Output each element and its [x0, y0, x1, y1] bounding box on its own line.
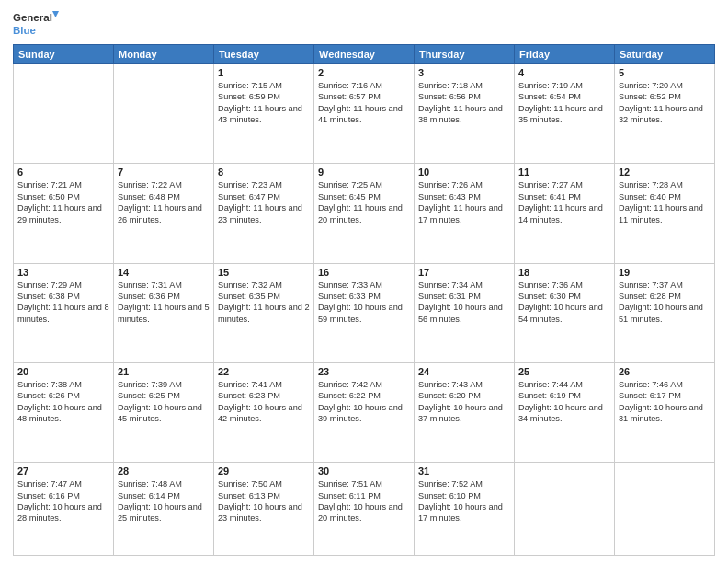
- calendar-cell: 20 Sunrise: 7:38 AMSunset: 6:26 PMDaylig…: [14, 362, 114, 462]
- calendar-cell: 2 Sunrise: 7:16 AMSunset: 6:57 PMDayligh…: [314, 64, 415, 164]
- cell-text: Sunrise: 7:43 AMSunset: 6:20 PMDaylight:…: [418, 380, 503, 423]
- cell-text: Sunrise: 7:38 AMSunset: 6:26 PMDaylight:…: [17, 380, 102, 423]
- day-number: 19: [619, 267, 711, 278]
- day-number: 18: [518, 267, 610, 278]
- cell-text: Sunrise: 7:21 AMSunset: 6:50 PMDaylight:…: [17, 180, 102, 224]
- cell-text: Sunrise: 7:41 AMSunset: 6:23 PMDaylight:…: [218, 380, 302, 423]
- calendar-cell: 29 Sunrise: 7:50 AMSunset: 6:13 PMDaylig…: [214, 463, 314, 556]
- cell-text: Sunrise: 7:46 AMSunset: 6:17 PMDaylight:…: [619, 380, 703, 423]
- week-row-3: 20 Sunrise: 7:38 AMSunset: 6:26 PMDaylig…: [14, 362, 715, 462]
- weekday-wednesday: Wednesday: [314, 45, 415, 64]
- calendar-cell: [14, 64, 114, 164]
- weekday-tuesday: Tuesday: [214, 45, 314, 64]
- cell-text: Sunrise: 7:23 AMSunset: 6:47 PMDaylight:…: [218, 180, 302, 224]
- cell-text: Sunrise: 7:47 AMSunset: 6:16 PMDaylight:…: [17, 479, 102, 523]
- day-number: 7: [118, 167, 210, 178]
- cell-text: Sunrise: 7:16 AMSunset: 6:57 PMDaylight:…: [318, 81, 403, 124]
- cell-text: Sunrise: 7:28 AMSunset: 6:40 PMDaylight:…: [619, 180, 703, 224]
- day-number: 2: [318, 67, 410, 78]
- day-number: 12: [619, 167, 711, 178]
- top-section: General Blue: [13, 9, 715, 39]
- weekday-monday: Monday: [114, 45, 214, 64]
- svg-marker-2: [52, 11, 59, 17]
- calendar-cell: 24 Sunrise: 7:43 AMSunset: 6:20 PMDaylig…: [415, 362, 515, 462]
- calendar-cell: 18 Sunrise: 7:36 AMSunset: 6:30 PMDaylig…: [515, 263, 615, 362]
- day-number: 24: [418, 366, 510, 377]
- cell-text: Sunrise: 7:31 AMSunset: 6:36 PMDaylight:…: [118, 281, 210, 324]
- cell-text: Sunrise: 7:19 AMSunset: 6:54 PMDaylight:…: [518, 81, 603, 124]
- day-number: 17: [418, 267, 510, 278]
- cell-text: Sunrise: 7:32 AMSunset: 6:35 PMDaylight:…: [218, 281, 310, 324]
- calendar-cell: 3 Sunrise: 7:18 AMSunset: 6:56 PMDayligh…: [415, 64, 515, 164]
- day-number: 1: [218, 67, 310, 78]
- calendar-cell: [114, 64, 214, 164]
- calendar-body: 1 Sunrise: 7:15 AMSunset: 6:59 PMDayligh…: [14, 64, 715, 556]
- day-number: 13: [17, 267, 109, 278]
- day-number: 31: [418, 465, 510, 477]
- cell-text: Sunrise: 7:44 AMSunset: 6:19 PMDaylight:…: [518, 380, 603, 423]
- day-number: 10: [418, 167, 510, 178]
- cell-text: Sunrise: 7:48 AMSunset: 6:14 PMDaylight:…: [118, 479, 202, 523]
- day-number: 14: [118, 267, 210, 278]
- cell-text: Sunrise: 7:25 AMSunset: 6:45 PMDaylight:…: [318, 180, 403, 224]
- day-number: 9: [318, 167, 410, 178]
- calendar-cell: 12 Sunrise: 7:28 AMSunset: 6:40 PMDaylig…: [615, 164, 715, 263]
- day-number: 20: [17, 366, 109, 377]
- week-row-0: 1 Sunrise: 7:15 AMSunset: 6:59 PMDayligh…: [14, 64, 715, 164]
- day-number: 28: [118, 465, 210, 477]
- day-number: 4: [518, 67, 610, 78]
- calendar-cell: 31 Sunrise: 7:52 AMSunset: 6:10 PMDaylig…: [415, 463, 515, 556]
- calendar-cell: 14 Sunrise: 7:31 AMSunset: 6:36 PMDaylig…: [114, 263, 214, 362]
- calendar-cell: 1 Sunrise: 7:15 AMSunset: 6:59 PMDayligh…: [214, 64, 314, 164]
- calendar-cell: 13 Sunrise: 7:29 AMSunset: 6:38 PMDaylig…: [14, 263, 114, 362]
- cell-text: Sunrise: 7:36 AMSunset: 6:30 PMDaylight:…: [518, 281, 603, 324]
- day-number: 11: [518, 167, 610, 178]
- cell-text: Sunrise: 7:22 AMSunset: 6:48 PMDaylight:…: [118, 180, 202, 224]
- calendar-cell: 30 Sunrise: 7:51 AMSunset: 6:11 PMDaylig…: [314, 463, 415, 556]
- day-number: 8: [218, 167, 310, 178]
- cell-text: Sunrise: 7:33 AMSunset: 6:33 PMDaylight:…: [318, 281, 403, 324]
- calendar-cell: 9 Sunrise: 7:25 AMSunset: 6:45 PMDayligh…: [314, 164, 415, 263]
- calendar-cell: 16 Sunrise: 7:33 AMSunset: 6:33 PMDaylig…: [314, 263, 415, 362]
- day-number: 16: [318, 267, 410, 278]
- calendar-cell: [515, 463, 615, 556]
- calendar-cell: 10 Sunrise: 7:26 AMSunset: 6:43 PMDaylig…: [415, 164, 515, 263]
- cell-text: Sunrise: 7:42 AMSunset: 6:22 PMDaylight:…: [318, 380, 403, 423]
- calendar-cell: 21 Sunrise: 7:39 AMSunset: 6:25 PMDaylig…: [114, 362, 214, 462]
- day-number: 3: [418, 67, 510, 78]
- weekday-saturday: Saturday: [615, 45, 715, 64]
- day-number: 25: [518, 366, 610, 377]
- week-row-1: 6 Sunrise: 7:21 AMSunset: 6:50 PMDayligh…: [14, 164, 715, 263]
- calendar-cell: 26 Sunrise: 7:46 AMSunset: 6:17 PMDaylig…: [615, 362, 715, 462]
- calendar-cell: 4 Sunrise: 7:19 AMSunset: 6:54 PMDayligh…: [515, 64, 615, 164]
- weekday-header-row: SundayMondayTuesdayWednesdayThursdayFrid…: [14, 45, 715, 64]
- day-number: 22: [218, 366, 310, 377]
- day-number: 15: [218, 267, 310, 278]
- cell-text: Sunrise: 7:39 AMSunset: 6:25 PMDaylight:…: [118, 380, 202, 423]
- cell-text: Sunrise: 7:20 AMSunset: 6:52 PMDaylight:…: [619, 81, 703, 124]
- calendar-cell: 17 Sunrise: 7:34 AMSunset: 6:31 PMDaylig…: [415, 263, 515, 362]
- day-number: 26: [619, 366, 711, 377]
- weekday-thursday: Thursday: [415, 45, 515, 64]
- day-number: 27: [17, 465, 109, 477]
- cell-text: Sunrise: 7:27 AMSunset: 6:41 PMDaylight:…: [518, 180, 603, 224]
- logo-svg: General Blue: [13, 9, 59, 39]
- cell-text: Sunrise: 7:37 AMSunset: 6:28 PMDaylight:…: [619, 281, 703, 324]
- calendar-cell: 27 Sunrise: 7:47 AMSunset: 6:16 PMDaylig…: [14, 463, 114, 556]
- calendar-cell: 8 Sunrise: 7:23 AMSunset: 6:47 PMDayligh…: [214, 164, 314, 263]
- calendar-cell: 5 Sunrise: 7:20 AMSunset: 6:52 PMDayligh…: [615, 64, 715, 164]
- svg-text:General: General: [13, 12, 52, 23]
- logo: General Blue: [13, 9, 59, 39]
- day-number: 21: [118, 366, 210, 377]
- calendar-cell: 25 Sunrise: 7:44 AMSunset: 6:19 PMDaylig…: [515, 362, 615, 462]
- calendar-cell: 7 Sunrise: 7:22 AMSunset: 6:48 PMDayligh…: [114, 164, 214, 263]
- calendar-cell: 11 Sunrise: 7:27 AMSunset: 6:41 PMDaylig…: [515, 164, 615, 263]
- weekday-friday: Friday: [515, 45, 615, 64]
- day-number: 6: [17, 167, 109, 178]
- calendar-page: General Blue SundayMondayTuesdayWednesda…: [0, 0, 728, 563]
- weekday-sunday: Sunday: [14, 45, 114, 64]
- calendar-cell: 22 Sunrise: 7:41 AMSunset: 6:23 PMDaylig…: [214, 362, 314, 462]
- cell-text: Sunrise: 7:34 AMSunset: 6:31 PMDaylight:…: [418, 281, 503, 324]
- week-row-2: 13 Sunrise: 7:29 AMSunset: 6:38 PMDaylig…: [14, 263, 715, 362]
- cell-text: Sunrise: 7:29 AMSunset: 6:38 PMDaylight:…: [17, 281, 109, 324]
